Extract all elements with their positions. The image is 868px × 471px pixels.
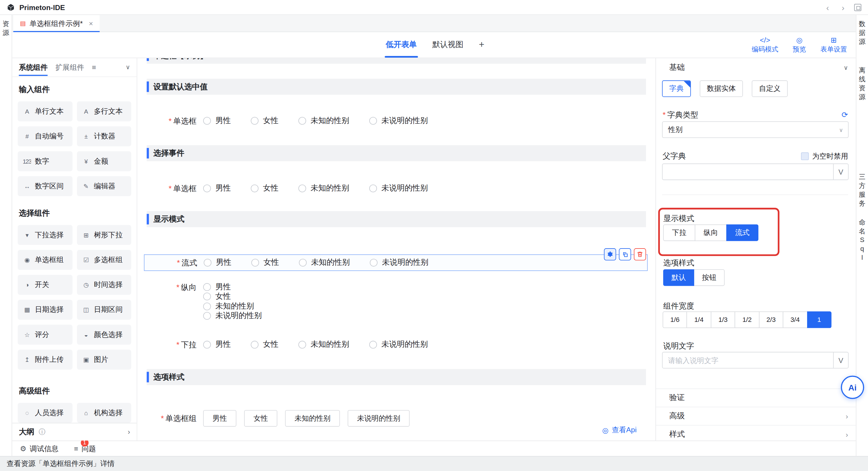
option-button[interactable]: 男性 — [203, 410, 236, 426]
view-tab-form[interactable]: 低开表单 — [386, 32, 417, 58]
variable-toggle-button[interactable]: V — [833, 352, 848, 368]
palette-tab-system[interactable]: 系统组件 — [19, 58, 48, 77]
seg-option[interactable]: 下拉 — [663, 225, 695, 241]
radio-option[interactable]: 未说明的性别 — [369, 116, 428, 126]
right-rail-item[interactable]: 数据源 — [857, 20, 868, 46]
seg-option[interactable]: 流式 — [726, 225, 758, 241]
tab-close-icon[interactable]: × — [89, 20, 93, 28]
seg-option[interactable]: 1/4 — [687, 312, 711, 328]
radio-option[interactable]: 女性 — [251, 258, 279, 268]
form-canvas[interactable]: 单选框【示例】 设置默认选中值 *单选框 男性女性未知的性别未说明的性别 选择事… — [137, 58, 655, 441]
radio-option[interactable]: 女性 — [251, 183, 278, 194]
component-copy-button[interactable] — [619, 248, 631, 260]
basic-section-header[interactable]: 基础 ∨ — [656, 58, 856, 77]
palette-item[interactable]: ±计数器 — [76, 126, 131, 146]
checkbox-icon[interactable] — [801, 152, 809, 160]
document-tab[interactable]: ▤ 单选框组件示例* × — [13, 15, 100, 32]
form-field-selected[interactable]: *流式 男性女性未知的性别未说明的性别 — [144, 255, 648, 271]
palette-item[interactable]: ◑开关 — [18, 275, 72, 295]
section-advanced[interactable]: 高级 › — [656, 407, 856, 425]
palette-item[interactable]: ▦日期选择 — [18, 300, 72, 320]
form-settings-button[interactable]: ⊞ 表单设置 — [820, 36, 847, 54]
canvas-scroll[interactable]: 单选框【示例】 设置默认选中值 *单选框 男性女性未知的性别未说明的性别 选择事… — [137, 58, 655, 441]
palette-item[interactable]: ◒颜色选择 — [76, 325, 131, 345]
form-field-radio[interactable]: *下拉 男性女性未知的性别未说明的性别 — [147, 336, 646, 353]
radio-option[interactable]: 女性 — [251, 340, 278, 350]
palette-item[interactable]: ◌人员选择 — [18, 403, 72, 423]
radio-option[interactable]: 男性 — [203, 282, 231, 292]
section-style[interactable]: 样式 › — [656, 425, 856, 441]
description-input[interactable] — [662, 352, 833, 368]
palette-collapse-icon[interactable]: ∨ — [126, 64, 130, 71]
left-rail-item[interactable]: 资源 — [0, 20, 11, 37]
view-api-link[interactable]: ◎ 查看Api — [602, 425, 637, 435]
right-rail-item[interactable]: 三方服务 — [857, 172, 868, 208]
debug-info-button[interactable]: ⚙ 调试信息 — [20, 443, 58, 453]
palette-item[interactable]: ◫日期区间 — [76, 300, 131, 320]
ai-assistant-button[interactable]: Ai — [841, 376, 864, 399]
radio-option[interactable]: 未说明的性别 — [370, 258, 428, 268]
form-field-radio[interactable]: *单选框 男性女性未知的性别未说明的性别 — [147, 112, 646, 129]
palette-item[interactable]: A多行文本 — [76, 101, 131, 121]
radio-option[interactable]: 未知的性别 — [299, 258, 350, 268]
code-mode-button[interactable]: </> 编码模式 — [752, 36, 778, 54]
seg-option[interactable]: 2/3 — [759, 312, 783, 328]
radio-option[interactable]: 女性 — [251, 116, 278, 126]
option-button[interactable]: 未说明的性别 — [348, 410, 410, 426]
radio-option[interactable]: 男性 — [203, 183, 231, 194]
seg-option[interactable]: 3/4 — [783, 312, 807, 328]
palette-item[interactable]: ⌂机构选择 — [76, 403, 131, 423]
palette-item[interactable]: ▣图片 — [76, 350, 131, 370]
variable-toggle-button[interactable]: V — [833, 164, 848, 179]
palette-item[interactable]: #自动编号 — [18, 126, 72, 146]
palette-item[interactable]: A单行文本 — [18, 101, 72, 121]
radio-option[interactable]: 未知的性别 — [298, 340, 349, 350]
add-view-button[interactable]: + — [479, 39, 485, 50]
seg-option[interactable]: 默认 — [663, 269, 694, 286]
section-validation[interactable]: 验证 — [656, 388, 856, 407]
radio-option[interactable]: 未知的性别 — [298, 116, 349, 126]
palette-item[interactable]: ☆评分 — [18, 325, 72, 345]
radio-option[interactable]: 女性 — [203, 292, 231, 301]
palette-item[interactable]: ◉单选框组 — [18, 250, 72, 270]
radio-option[interactable]: 男性 — [203, 340, 231, 350]
view-tab-default[interactable]: 默认视图 — [432, 32, 463, 58]
form-field-radio[interactable]: *单选框 男性女性未知的性别未说明的性别 — [147, 180, 646, 197]
palette-item[interactable]: ▾下拉选择 — [18, 225, 72, 245]
dict-type-select[interactable]: 性别 ∨ — [662, 121, 848, 138]
component-settings-button[interactable] — [604, 248, 616, 260]
issues-button[interactable]: ≡ 问题 1 — [74, 443, 96, 453]
seg-option[interactable]: 纵向 — [695, 225, 727, 241]
seg-option[interactable]: 1/2 — [735, 312, 759, 328]
form-field-button-group[interactable]: *单选框组 男性女性未知的性别未说明的性别 — [147, 410, 646, 426]
radio-option[interactable]: 男性 — [204, 258, 231, 268]
radio-option[interactable]: 未知的性别 — [203, 301, 254, 311]
palette-item[interactable]: ⊞树形下拉 — [76, 225, 131, 245]
palette-item[interactable]: 123数字 — [18, 151, 72, 171]
palette-item[interactable]: ◷时间选择 — [76, 275, 131, 295]
radio-option[interactable]: 男性 — [203, 116, 231, 126]
radio-option[interactable]: 未说明的性别 — [203, 311, 261, 321]
palette-item[interactable]: ¥金额 — [76, 151, 131, 171]
disable-when-empty-checkbox[interactable]: 为空时禁用 — [801, 151, 848, 161]
palette-item[interactable]: ✎编辑器 — [76, 176, 131, 196]
parent-dict-input[interactable] — [662, 164, 833, 179]
palette-tab-extension[interactable]: 扩展组件 — [55, 58, 84, 77]
outline-bar[interactable]: 大纲 ⓘ › — [12, 423, 136, 441]
seg-option[interactable]: 1 — [807, 312, 831, 328]
right-rail-item[interactable]: 离线资源 — [857, 66, 868, 101]
source-tab[interactable]: 字典 — [662, 81, 691, 97]
option-button[interactable]: 女性 — [244, 410, 277, 426]
source-tab[interactable]: 自定义 — [752, 81, 788, 97]
palette-item[interactable]: ☑多选框组 — [76, 250, 131, 270]
form-field-radio-vertical[interactable]: *纵向 男性女性未知的性别未说明的性别 — [147, 282, 646, 321]
source-tab[interactable]: 数据实体 — [700, 81, 743, 97]
nav-forward-button[interactable]: › — [839, 3, 847, 11]
layout-toggle-button[interactable] — [854, 4, 861, 11]
palette-item[interactable]: ↥附件上传 — [18, 350, 72, 370]
refresh-icon[interactable]: ⟳ — [842, 110, 848, 119]
component-delete-button[interactable] — [634, 248, 646, 260]
right-rail-item[interactable]: 命名Sql — [857, 218, 868, 262]
seg-option[interactable]: 1/6 — [662, 312, 687, 328]
hamburger-icon[interactable]: ≡ — [92, 63, 96, 71]
